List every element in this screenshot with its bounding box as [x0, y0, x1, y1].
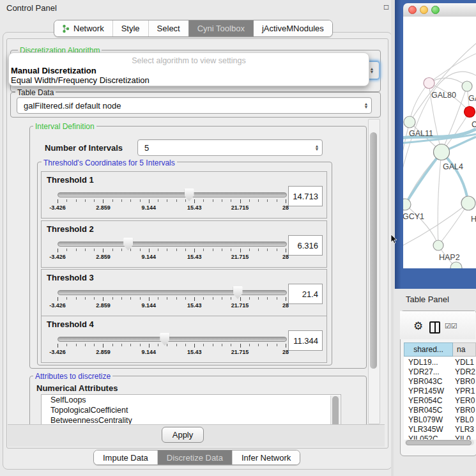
slider-track[interactable]	[58, 290, 287, 295]
cell-shared-name[interactable]: YBR045C	[404, 406, 452, 415]
apply-button[interactable]: Apply	[162, 427, 204, 443]
algorithm-option-equal-width[interactable]: Equal Width/Frequency Discretization	[11, 75, 150, 85]
numerical-attributes-list[interactable]: SelfLoopsTopologicalCoefficientBetweenne…	[41, 394, 341, 424]
gear-icon[interactable]: ⚙	[413, 319, 423, 333]
network-node-ga[interactable]	[462, 81, 472, 91]
table-row[interactable]: YIL052CYIL0	[404, 434, 476, 440]
table-row[interactable]: YBR043CYBR0	[404, 376, 476, 386]
threshold-1-slider[interactable]: -3.4262.8599.14415.4321.71528	[58, 192, 286, 214]
network-edge[interactable]	[405, 204, 438, 245]
network-node-hap2[interactable]	[433, 240, 443, 250]
threshold-2-slider[interactable]: -3.4262.8599.14415.4321.71528	[58, 242, 286, 263]
tab-infer-network[interactable]: Infer Network	[232, 450, 300, 464]
table-row[interactable]: YDL19...YDL1	[404, 357, 476, 367]
attribute-item-betweennesscentrality[interactable]: BetweennessCentrality	[42, 415, 341, 424]
zoom-traffic-light-icon[interactable]	[431, 6, 440, 14]
list-scrollbar-thumb[interactable]	[332, 396, 339, 424]
tab-cyni-toolbox[interactable]: Cyni Toolbox	[188, 20, 253, 36]
cell-name[interactable]: YIL0	[452, 434, 476, 440]
cell-shared-name[interactable]: YDR27...	[404, 367, 452, 376]
slider-tick	[267, 199, 268, 202]
algorithm-option-manual[interactable]: Manual Discretization	[11, 66, 96, 75]
tab-network[interactable]: Network	[54, 20, 112, 36]
tab-style[interactable]: Style	[112, 20, 148, 36]
network-edge[interactable]	[410, 83, 429, 122]
threshold-4-value-field[interactable]: 11.344	[288, 330, 323, 351]
attribute-item-selfloops[interactable]: SelfLoops	[42, 395, 341, 405]
cell-shared-name[interactable]: YER054C	[404, 396, 452, 405]
slider-tick	[176, 199, 177, 202]
slider-tick	[240, 297, 241, 301]
table-row[interactable]: YBL079WYBL0	[404, 415, 476, 424]
table-data-combobox[interactable]: galFiltered.sif default node ▲▼	[17, 97, 372, 114]
network-node-gcy1[interactable]	[403, 199, 411, 210]
network-view-canvas[interactable]: GAL80GACGAL11GAL4GCY1HHAP2	[403, 17, 476, 268]
network-node-gal11[interactable]	[404, 116, 415, 128]
cell-name[interactable]: YDR2	[452, 367, 476, 376]
list-scrollbar[interactable]	[330, 395, 340, 424]
table-hscrollbar-thumb[interactable]	[406, 440, 472, 445]
threshold-4-slider[interactable]: -3.4262.8599.14415.4321.71528	[58, 337, 286, 358]
threshold-1-value-field[interactable]: 14.713	[288, 186, 323, 206]
cell-name[interactable]: YDL1	[452, 358, 476, 367]
tab-select[interactable]: Select	[148, 20, 188, 36]
table-row[interactable]: YPR145WYPR1	[404, 386, 476, 395]
network-node-gal80[interactable]	[424, 78, 434, 89]
cell-name[interactable]: YER0	[452, 396, 476, 405]
cell-name[interactable]: YBR0	[452, 377, 476, 386]
cell-shared-name[interactable]: YPR145W	[404, 387, 452, 395]
tab-impute-data[interactable]: Impute Data	[94, 450, 157, 464]
table-row[interactable]: YLR345WYLR3	[404, 424, 476, 434]
num-intervals-combobox[interactable]: 5 ▲▼	[137, 139, 323, 156]
threshold-3-slider[interactable]: -3.4262.8599.14415.4321.71528	[58, 290, 286, 312]
slider-track[interactable]	[58, 337, 287, 342]
slider-tick	[167, 249, 167, 251]
cell-name[interactable]: YPR1	[452, 387, 476, 395]
table-hscrollbar[interactable]	[405, 440, 474, 445]
threshold-2-value-field[interactable]: 6.316	[288, 235, 323, 256]
slider-tick	[85, 199, 86, 202]
main-scrollbar[interactable]	[368, 119, 380, 424]
table-row[interactable]: YER054CYER0	[404, 395, 476, 405]
cell-shared-name[interactable]: YLR345W	[404, 425, 452, 434]
slider-thumb[interactable]	[123, 238, 133, 250]
slider-thumb[interactable]	[160, 333, 169, 346]
cell-shared-name[interactable]: YIL052C	[404, 434, 452, 440]
slider-tick	[149, 199, 150, 203]
slider-track[interactable]	[58, 242, 287, 247]
minimize-traffic-light-icon[interactable]	[420, 6, 428, 14]
network-node-h[interactable]	[461, 196, 475, 210]
attribute-item-topologicalcoefficient[interactable]: TopologicalCoefficient	[42, 405, 341, 415]
table-header-name[interactable]: na	[453, 342, 476, 357]
close-traffic-light-icon[interactable]	[408, 6, 417, 14]
float-icon[interactable]: □	[384, 3, 388, 12]
cell-name[interactable]: YBR0	[452, 406, 476, 415]
network-node[interactable]	[450, 262, 462, 268]
network-node-c[interactable]	[464, 107, 475, 118]
network-edge[interactable]	[438, 152, 441, 245]
network-node-gal4[interactable]	[434, 144, 450, 160]
main-scrollbar-thumb[interactable]	[370, 132, 377, 369]
table-row[interactable]: YBR045CYBR0	[404, 405, 476, 415]
cell-name[interactable]: YLR3	[452, 425, 476, 434]
network-edge-highlighted[interactable]	[441, 152, 468, 203]
split-columns-icon[interactable]	[429, 321, 440, 334]
table-row[interactable]: YDR27...YDR2	[404, 367, 476, 376]
tab-discretize-data[interactable]: Discretize Data	[157, 450, 232, 464]
slider-tick	[66, 199, 67, 202]
table-header-shared-name[interactable]: shared...	[404, 342, 453, 357]
network-edge[interactable]	[438, 203, 468, 245]
slider-tick	[103, 344, 104, 348]
cell-shared-name[interactable]: YDL19...	[404, 358, 452, 367]
threshold-3-value-field[interactable]: 21.4	[288, 284, 323, 304]
slider-track[interactable]	[58, 192, 287, 197]
slider-tick	[213, 199, 213, 202]
cell-name[interactable]: YBL0	[452, 415, 476, 424]
column-checkboxes-icon[interactable]: ☑☑	[445, 322, 457, 330]
mouse-cursor	[390, 234, 398, 244]
cell-shared-name[interactable]: YBL079W	[404, 415, 452, 424]
tab-jactivemnodules[interactable]: jActiveMNodules	[253, 20, 332, 36]
cell-shared-name[interactable]: YBR043C	[404, 377, 452, 386]
network-window-titlebar[interactable]	[403, 3, 476, 17]
slider-thumb[interactable]	[233, 286, 243, 299]
